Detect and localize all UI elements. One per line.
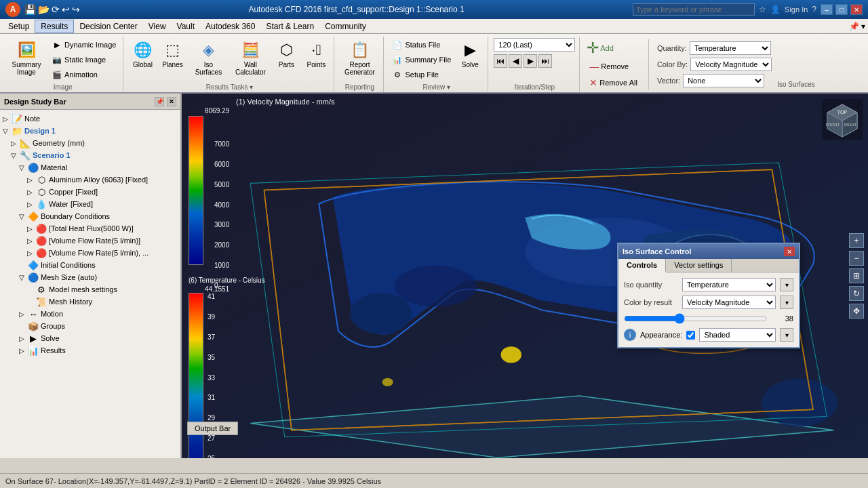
iso-quantity-select[interactable]: Temperature [682, 278, 776, 291]
sidebar-close-btn[interactable]: ✕ [167, 97, 176, 106]
iso-surfaces-btn[interactable]: ◈ Iso Surfaces [189, 38, 228, 77]
solve-btn[interactable]: ▶ Solve [456, 38, 484, 70]
planes-btn[interactable]: ⬚ Planes [159, 38, 186, 70]
iso-surface-control-dialog[interactable]: Iso Surface Control ✕ Controls Vector se… [617, 243, 800, 348]
maximize-btn[interactable]: □ [835, 4, 848, 15]
iso-tab-controls[interactable]: Controls [618, 259, 666, 272]
menu-start-learn[interactable]: Start & Learn [260, 20, 319, 33]
add-btn[interactable]: ✛ Add [587, 39, 614, 57]
parts-btn[interactable]: ⬡ Parts [273, 38, 300, 70]
iso-appearance-dropdown-btn[interactable]: ▾ [780, 328, 793, 342]
iso-value-slider[interactable] [624, 313, 767, 324]
viewport-label: (1) Velocity Magnitude - mm/s [236, 98, 335, 106]
global-btn[interactable]: 🌐 Global [129, 38, 156, 70]
tree-results[interactable]: ▷ 📊 Results [0, 344, 180, 357]
status-text: On Surface 67- Location(X=-149.357,Y=-61… [5, 477, 381, 485]
minimize-btn[interactable]: – [821, 4, 833, 15]
points-btn[interactable]: ·⃣ Points [302, 38, 330, 70]
tree-note[interactable]: ▷ 📝 Note [0, 113, 180, 125]
iso-color-row: Color by result Velocity Magnitude ▾ [624, 296, 793, 309]
iso-surfaces-icon: ◈ [197, 39, 219, 61]
close-btn[interactable]: ✕ [850, 4, 863, 15]
nav-zoom-in-btn[interactable]: + [849, 233, 864, 248]
iso-tab-vector[interactable]: Vector settings [666, 259, 732, 272]
tree-vol-flow1[interactable]: ▷ 🔴 [Volume Flow Rate(5 l/min)] [0, 235, 180, 247]
iso-color-dropdown-btn[interactable]: ▾ [780, 296, 793, 309]
summary-image-btn[interactable]: 🖼️ Summary Image [7, 38, 46, 77]
iteration-select[interactable]: 120 (Last) [494, 38, 575, 52]
quantity-select[interactable]: Temperature [690, 41, 771, 55]
nav-fit-btn[interactable]: ⊞ [849, 268, 864, 283]
iso-info-btn[interactable]: i [624, 329, 636, 341]
tree-heat-flux[interactable]: ▷ 🔴 [Total Heat Flux(5000 W)] [0, 222, 180, 235]
favorite-icon[interactable]: ☆ [759, 5, 766, 14]
toolbar-arrow[interactable]: ▾ [861, 22, 865, 31]
tree-design1[interactable]: ▽ 📁 Design 1 [0, 125, 180, 137]
remove-all-btn[interactable]: ✕ Remove All [587, 76, 640, 89]
tree-material[interactable]: ▽ 🔵 Material [0, 161, 180, 174]
nav-zoom-out-btn[interactable]: − [849, 251, 864, 266]
iter-play-btn[interactable]: ▶ [524, 54, 537, 68]
iter-last-btn[interactable]: ⏭ [538, 54, 552, 68]
nav-rotate-btn[interactable]: ↻ [849, 286, 864, 301]
tree-aluminum[interactable]: ▷ ⬡ Aluminum Alloy (6063) [Fixed] [0, 174, 180, 186]
parts-icon: ⬡ [275, 39, 297, 61]
tree-mesh-size[interactable]: ▽ 🔵 Mesh Size (auto) [0, 271, 180, 283]
tree-motion[interactable]: ▷ ↔ Motion [0, 308, 180, 320]
iter-first-btn[interactable]: ⏮ [494, 54, 507, 68]
note-label: Note [24, 115, 40, 123]
svg-text:RIGHT: RIGHT [844, 123, 857, 127]
dynamic-image-label: Dynamic Image [64, 41, 116, 49]
menu-setup[interactable]: Setup [3, 20, 35, 33]
iso-appearance-select[interactable]: Shaded [699, 328, 776, 342]
tree-vol-flow2[interactable]: ▷ 🔴 [Volume Flow Rate(5 l/min), ... [0, 247, 180, 259]
tree-solve[interactable]: ▷ ▶ Solve [0, 332, 180, 344]
iso-shaded-checkbox[interactable] [686, 331, 695, 340]
static-image-btn[interactable]: 📷 Static Image [49, 53, 119, 66]
quick-access[interactable]: 💾 📂 ⟳ ↩ ↪ [24, 4, 80, 15]
tree-copper[interactable]: ▷ ⬡ Copper [Fixed] [0, 186, 180, 198]
tree-model-mesh[interactable]: ⚙ Model mesh settings [0, 283, 180, 296]
tree-mesh-history[interactable]: 📜 Mesh History [0, 296, 180, 308]
nav-pan-btn[interactable]: ✥ [849, 304, 864, 319]
menu-community[interactable]: Community [319, 20, 372, 33]
tree-water[interactable]: ▷ 💧 Water [Fixed] [0, 198, 180, 210]
sidebar-pin-btn[interactable]: 📌 [155, 97, 164, 106]
iter-prev-btn[interactable]: ◀ [509, 54, 522, 68]
animation-btn[interactable]: 🎬 Animation [49, 68, 119, 81]
tree-geometry[interactable]: ▷ 📐 Geometry (mm) [0, 137, 180, 149]
color-by-select[interactable]: Velocity Magnitude [690, 58, 772, 71]
viewport[interactable]: 8069.29 7000 6000 5000 4000 3000 2000 10… [182, 94, 868, 458]
tree-scenario1[interactable]: ▽ 🔧 Scenario 1 [0, 149, 180, 161]
scenario1-label: Scenario 1 [33, 151, 71, 159]
user-icon[interactable]: 👤 [770, 5, 781, 14]
toolbar-pin[interactable]: 📌 [849, 22, 859, 31]
iteration-controls: ⏮ ◀ ▶ ⏭ [494, 54, 552, 68]
iso-control-close-btn[interactable]: ✕ [784, 247, 795, 256]
tree-groups[interactable]: 📦 Groups [0, 320, 180, 332]
iso-quantity-dropdown-btn[interactable]: ▾ [780, 278, 793, 291]
tree-boundary[interactable]: ▽ 🔶 Boundary Conditions [0, 210, 180, 222]
menu-view[interactable]: View [143, 20, 172, 33]
report-generator-btn[interactable]: 📋 Report Generator [340, 38, 379, 77]
iso-control-title-bar[interactable]: Iso Surface Control ✕ [618, 244, 799, 259]
summary-file-btn[interactable]: 📊 Summary File [389, 53, 454, 66]
search-input[interactable] [633, 3, 755, 16]
tree-initial[interactable]: 🔷 Initial Conditions [0, 259, 180, 271]
menu-decision-center[interactable]: Decision Center [74, 20, 142, 33]
vector-select[interactable]: None [683, 74, 764, 87]
3d-cube-navigator[interactable]: TOP RIGHT FRONT [822, 99, 863, 140]
menu-results[interactable]: Results [35, 20, 74, 33]
iso-color-select[interactable]: Velocity Magnitude [682, 296, 776, 309]
menu-vault[interactable]: Vault [172, 20, 200, 33]
help-icon[interactable]: ? [812, 5, 816, 14]
menu-autodesk360[interactable]: Autodesk 360 [200, 20, 260, 33]
wall-calculator-btn[interactable]: 🧮 Wall Calculator [231, 38, 270, 77]
dynamic-image-btn[interactable]: ▶ Dynamic Image [49, 38, 119, 52]
output-bar-btn[interactable]: Output Bar [187, 422, 238, 435]
sign-in-btn[interactable]: Sign In [785, 5, 808, 14]
remove-btn[interactable]: — Remove [587, 60, 640, 73]
global-icon: 🌐 [132, 39, 153, 61]
setup-file-btn[interactable]: ⚙ Setup File [389, 68, 454, 81]
status-file-btn[interactable]: 📄 Status File [389, 38, 454, 52]
